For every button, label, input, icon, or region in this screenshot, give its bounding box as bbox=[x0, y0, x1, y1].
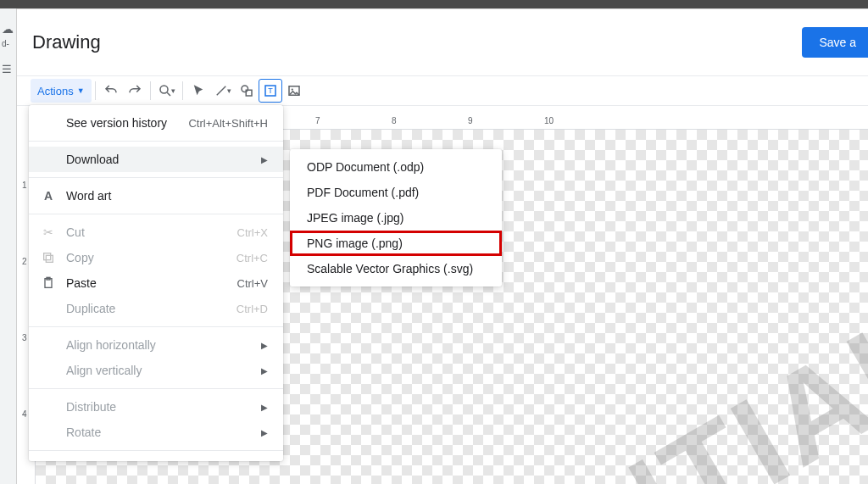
menu-shortcut: Ctrl+D bbox=[236, 303, 268, 315]
clipboard-icon bbox=[41, 275, 56, 291]
menu-label: Rotate bbox=[66, 426, 101, 439]
svg-point-3 bbox=[242, 86, 248, 92]
menu-item-word-art[interactable]: A Word art bbox=[29, 183, 283, 209]
svg-text:T: T bbox=[268, 86, 273, 95]
ruler-tick: 3 bbox=[22, 333, 27, 342]
menu-label: Scalable Vector Graphics (.svg) bbox=[307, 262, 473, 275]
select-tool-button[interactable] bbox=[186, 79, 210, 103]
submenu-item-svg[interactable]: Scalable Vector Graphics (.svg) bbox=[290, 256, 502, 281]
menu-shortcut: Ctrl+C bbox=[236, 252, 268, 264]
menu-label: Cut bbox=[66, 225, 85, 239]
menu-label: PDF Document (.pdf) bbox=[307, 186, 419, 199]
menu-label: Align vertically bbox=[66, 364, 142, 377]
drawing-toolbar: Actions ▼ ▾ ▾ T bbox=[17, 75, 868, 106]
ruler-tick: 9 bbox=[468, 116, 473, 125]
svg-line-1 bbox=[167, 92, 170, 96]
menu-label: See version history bbox=[66, 116, 167, 130]
ruler-tick: 10 bbox=[544, 116, 554, 125]
menu-label: Paste bbox=[66, 276, 97, 290]
ruler-tick: 1 bbox=[22, 181, 27, 190]
menu-separator bbox=[29, 214, 283, 214]
toolbar-separator bbox=[150, 81, 151, 100]
menu-item-paste[interactable]: Paste Ctrl+V bbox=[29, 270, 283, 296]
menu-label: ODP Document (.odp) bbox=[307, 160, 424, 174]
image-tool-button[interactable] bbox=[282, 79, 306, 103]
submenu-arrow-icon: ▶ bbox=[261, 341, 268, 350]
menu-item-distribute: Distribute ▶ bbox=[29, 394, 283, 420]
zoom-button[interactable]: ▾ bbox=[154, 79, 179, 103]
svg-rect-10 bbox=[44, 253, 51, 260]
caret-down-icon: ▾ bbox=[171, 86, 175, 95]
doc-title-fragment: d- bbox=[2, 39, 9, 48]
submenu-arrow-icon: ▶ bbox=[261, 366, 268, 376]
actions-menu: See version history Ctrl+Alt+Shift+H Dow… bbox=[29, 105, 283, 461]
actions-label: Actions bbox=[37, 85, 74, 97]
menu-separator bbox=[29, 326, 283, 327]
menu-label: PNG image (.png) bbox=[307, 236, 403, 250]
save-and-close-button[interactable]: Save a bbox=[802, 27, 868, 58]
redo-icon bbox=[127, 83, 142, 98]
menu-shortcut: Ctrl+X bbox=[237, 226, 268, 239]
menu-label: Distribute bbox=[66, 400, 116, 414]
toolbar-separator bbox=[95, 81, 96, 100]
ruler-tick: 4 bbox=[22, 409, 27, 419]
line-tool-button[interactable]: ▾ bbox=[210, 79, 235, 103]
cloud-icon: ☁ bbox=[2, 22, 14, 36]
copy-icon bbox=[41, 250, 56, 265]
menu-item-version-history[interactable]: See version history Ctrl+Alt+Shift+H bbox=[29, 110, 283, 136]
background-doc-left-edge: ☁ d- ☰ bbox=[0, 8, 17, 484]
cursor-icon bbox=[191, 83, 206, 98]
textbox-icon: T bbox=[263, 83, 278, 98]
dialog-header: Drawing Save a bbox=[17, 9, 868, 75]
svg-point-8 bbox=[291, 88, 292, 90]
redo-button[interactable] bbox=[123, 79, 147, 103]
undo-icon bbox=[103, 83, 119, 98]
undo-button[interactable] bbox=[99, 79, 123, 103]
outline-icon: ☰ bbox=[2, 63, 12, 75]
menu-shortcut: Ctrl+Alt+Shift+H bbox=[188, 117, 268, 130]
download-submenu: ODP Document (.odp) PDF Document (.pdf) … bbox=[290, 149, 502, 287]
ruler-tick: 2 bbox=[22, 257, 27, 266]
submenu-arrow-icon: ▶ bbox=[261, 403, 268, 412]
caret-down-icon: ▾ bbox=[227, 86, 231, 95]
image-icon bbox=[287, 83, 302, 98]
word-art-icon: A bbox=[41, 188, 56, 203]
menu-label: Word art bbox=[66, 189, 111, 203]
menu-label: Copy bbox=[66, 251, 94, 264]
caret-down-icon: ▼ bbox=[77, 86, 85, 95]
svg-rect-9 bbox=[46, 255, 53, 262]
menu-item-download[interactable]: Download ▶ bbox=[29, 147, 283, 172]
browser-chrome-bar bbox=[0, 0, 868, 8]
shape-icon bbox=[239, 83, 254, 98]
menu-label: Align horizontally bbox=[66, 338, 156, 352]
ruler-tick: 8 bbox=[392, 116, 397, 125]
menu-item-rotate: Rotate ▶ bbox=[29, 420, 283, 445]
scissors-icon: ✂ bbox=[41, 225, 56, 240]
watermark-text: DENTIAL bbox=[397, 280, 868, 484]
menu-item-cut: ✂ Cut Ctrl+X bbox=[29, 220, 283, 245]
submenu-arrow-icon: ▶ bbox=[261, 428, 268, 437]
dialog-title: Drawing bbox=[32, 31, 101, 53]
menu-item-align-horizontally: Align horizontally ▶ bbox=[29, 332, 283, 358]
toolbar-separator bbox=[182, 81, 183, 100]
menu-shortcut: Ctrl+V bbox=[237, 277, 268, 290]
menu-separator bbox=[29, 177, 283, 178]
submenu-item-odp[interactable]: ODP Document (.odp) bbox=[290, 154, 502, 180]
svg-point-0 bbox=[160, 86, 168, 93]
submenu-item-jpg[interactable]: JPEG image (.jpg) bbox=[290, 205, 502, 231]
menu-separator bbox=[29, 141, 283, 142]
menu-separator bbox=[29, 450, 283, 451]
submenu-arrow-icon: ▶ bbox=[261, 155, 268, 164]
shape-tool-button[interactable] bbox=[235, 79, 259, 103]
menu-label: JPEG image (.jpg) bbox=[307, 211, 403, 225]
menu-item-align-vertically: Align vertically ▶ bbox=[29, 358, 283, 383]
textbox-tool-button[interactable]: T bbox=[259, 79, 282, 103]
menu-item-duplicate: Duplicate Ctrl+D bbox=[29, 296, 283, 321]
menu-label: Download bbox=[66, 153, 119, 166]
actions-dropdown-button[interactable]: Actions ▼ bbox=[31, 79, 92, 103]
menu-item-copy: Copy Ctrl+C bbox=[29, 245, 283, 270]
menu-separator bbox=[29, 388, 283, 389]
submenu-item-png[interactable]: PNG image (.png) bbox=[290, 231, 502, 256]
submenu-item-pdf[interactable]: PDF Document (.pdf) bbox=[290, 180, 502, 205]
menu-label: Duplicate bbox=[66, 302, 115, 315]
